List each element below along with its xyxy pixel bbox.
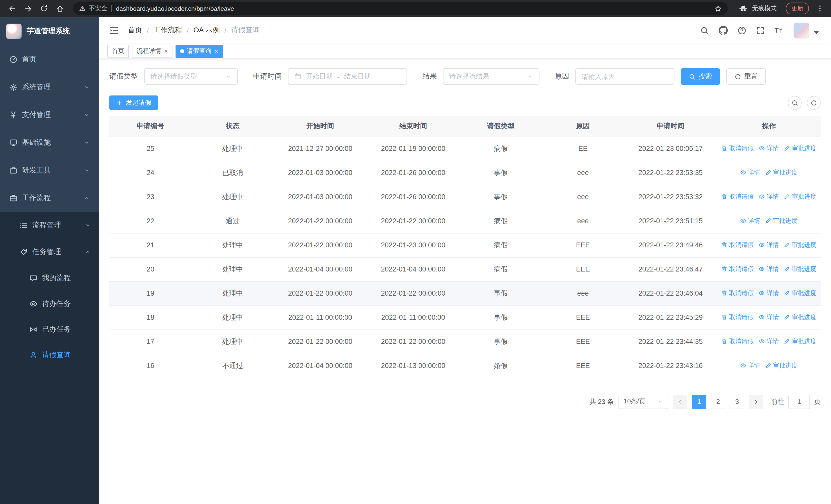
tab-home[interactable]: 首页 — [107, 45, 129, 58]
progress-link-label: 审批进度 — [792, 337, 816, 346]
progress-link[interactable]: 审批进度 — [784, 144, 816, 153]
sidebar-item-home[interactable]: 首页 — [0, 46, 99, 73]
table-row[interactable]: 21处理中2022-01-22 00:00:002022-01-23 00:00… — [109, 233, 821, 257]
refresh-table-button[interactable] — [807, 96, 821, 110]
result-select[interactable]: 请选择流结果 — [443, 68, 540, 85]
detail-link[interactable]: 详情 — [740, 168, 760, 177]
table-row[interactable]: 25处理中2021-12-27 00:00:002022-01-19 00:00… — [109, 137, 821, 161]
search-icon — [792, 99, 798, 106]
sidebar-item-workflow[interactable]: 工作流程 — [0, 184, 99, 212]
goto-page-input[interactable] — [789, 394, 810, 409]
browser-reload-button[interactable] — [37, 2, 51, 16]
security-indicator[interactable]: 不安全 — [79, 4, 107, 13]
breadcrumb-item[interactable]: 首页 — [128, 26, 142, 35]
cancel-link[interactable]: 取消请假 — [721, 144, 754, 153]
chevron-down-icon — [527, 73, 533, 80]
view-icon — [740, 363, 746, 369]
cell-start: 2022-01-04 00:00:00 — [274, 354, 367, 378]
sidebar-item-task-mgmt[interactable]: 任务管理 — [0, 239, 99, 265]
address-bar[interactable]: 不安全 dashboard.yudao.iocoder.cn/bpm/oa/le… — [73, 2, 728, 15]
tab-process-detail[interactable]: 流程详情× — [132, 45, 172, 58]
progress-link[interactable]: 审批进度 — [765, 168, 798, 177]
back-icon — [8, 4, 16, 12]
font-size-icon[interactable]: TT — [775, 26, 784, 35]
browser-forward-button[interactable] — [21, 2, 35, 16]
page-size-select[interactable]: 10条/页 — [619, 394, 668, 409]
sidebar-item-process-mgmt[interactable]: 流程管理 — [0, 212, 99, 239]
progress-link[interactable]: 审批进度 — [765, 361, 798, 370]
sidebar-item-payment[interactable]: 支付管理 — [0, 101, 99, 129]
browser-update-button[interactable]: 更新 — [786, 3, 809, 14]
cancel-link[interactable]: 取消请假 — [721, 289, 754, 298]
next-page-button[interactable] — [749, 394, 763, 409]
page-button-2[interactable]: 2 — [711, 394, 725, 409]
cancel-link[interactable]: 取消请假 — [721, 337, 754, 346]
table-row[interactable]: 20处理中2022-01-04 00:00:002022-01-04 00:00… — [109, 257, 821, 281]
detail-link[interactable]: 详情 — [759, 265, 779, 273]
table-row[interactable]: 17处理中2022-01-22 00:00:002022-01-22 00:00… — [109, 329, 821, 354]
detail-link[interactable]: 详情 — [759, 337, 779, 346]
tab-close-icon[interactable]: × — [214, 48, 218, 55]
sidebar-item-done-tasks[interactable]: 已办任务 — [0, 317, 99, 342]
reset-button[interactable]: 重置 — [726, 68, 766, 85]
detail-link[interactable]: 详情 — [759, 241, 779, 249]
sidebar-item-my-process[interactable]: 我的流程 — [0, 265, 99, 291]
browser-home-button[interactable] — [53, 2, 67, 16]
sidebar-toggle-icon[interactable] — [109, 25, 119, 35]
search-button[interactable]: 搜索 — [681, 68, 720, 85]
progress-link[interactable]: 审批进度 — [784, 289, 816, 298]
table-row[interactable]: 22通过2022-01-22 00:00:002022-01-22 00:00:… — [109, 209, 821, 233]
sidebar-item-devtools[interactable]: 研发工具 — [0, 156, 99, 184]
detail-link[interactable]: 详情 — [759, 289, 779, 298]
table-row[interactable]: 16不通过2022-01-04 00:00:002022-01-13 00:00… — [109, 354, 821, 378]
detail-link[interactable]: 详情 — [740, 216, 760, 225]
breadcrumb-item[interactable]: OA 示例 — [194, 26, 220, 35]
detail-link[interactable]: 详情 — [759, 144, 779, 153]
reason-input[interactable] — [575, 68, 675, 85]
page-button-1[interactable]: 1 — [692, 394, 706, 409]
page-button-3[interactable]: 3 — [730, 394, 744, 409]
bookmark-star-icon[interactable] — [715, 5, 722, 12]
progress-link[interactable]: 审批进度 — [784, 241, 816, 249]
tab-close-icon[interactable]: × — [164, 48, 168, 55]
header-search-icon[interactable] — [700, 26, 709, 35]
create-leave-button[interactable]: 发起请假 — [109, 95, 158, 110]
apply-time-range-picker[interactable]: 开始日期 - 结束日期 — [288, 68, 407, 85]
user-menu[interactable] — [794, 22, 821, 38]
cancel-link[interactable]: 取消请假 — [721, 313, 754, 322]
table-row[interactable]: 18处理中2022-01-11 00:00:002022-01-11 00:00… — [109, 305, 821, 329]
table-row[interactable]: 23处理中2022-01-03 00:00:002022-01-26 00:00… — [109, 185, 821, 209]
fullscreen-icon[interactable] — [756, 26, 765, 35]
detail-link[interactable]: 详情 — [759, 192, 779, 201]
sidebar-item-infrastructure[interactable]: 基础设施 — [0, 129, 99, 156]
leave-type-select[interactable]: 请选择请假类型 — [144, 68, 238, 85]
progress-link[interactable]: 审批进度 — [784, 313, 816, 322]
yen-icon — [9, 111, 18, 119]
cancel-link[interactable]: 取消请假 — [721, 241, 754, 249]
detail-link[interactable]: 详情 — [759, 313, 779, 322]
browser-back-button[interactable] — [5, 2, 19, 16]
cancel-link[interactable]: 取消请假 — [721, 265, 754, 273]
sidebar-item-leave-query[interactable]: 请假查询 — [0, 342, 99, 368]
help-icon[interactable] — [738, 26, 746, 35]
github-icon[interactable] — [719, 26, 728, 35]
toggle-search-button[interactable] — [788, 96, 802, 110]
progress-link[interactable]: 审批进度 — [784, 337, 816, 346]
progress-link[interactable]: 审批进度 — [765, 216, 798, 225]
prev-page-button[interactable] — [673, 394, 687, 409]
progress-link[interactable]: 审批进度 — [784, 192, 816, 201]
sidebar-item-system[interactable]: 系统管理 — [0, 73, 99, 101]
table-row[interactable]: 19处理中2022-01-22 00:00:002022-01-22 00:00… — [109, 281, 821, 305]
sidebar-item-todo-tasks[interactable]: 待办任务 — [0, 291, 99, 317]
cancel-link[interactable]: 取消请假 — [721, 192, 754, 201]
column-header: 请假类型 — [460, 116, 542, 137]
tab-leave-query[interactable]: 请假查询× — [175, 45, 223, 58]
breadcrumb-item[interactable]: 工作流程 — [153, 26, 182, 35]
detail-link[interactable]: 详情 — [740, 361, 760, 370]
breadcrumb-item: 请假查询 — [231, 26, 260, 35]
progress-link[interactable]: 审批进度 — [784, 265, 816, 273]
sidebar-item-label: 首页 — [22, 55, 36, 64]
logo[interactable]: 芋道管理系统 — [0, 17, 99, 46]
browser-menu-icon[interactable] — [814, 5, 826, 12]
table-row[interactable]: 24已取消2022-01-03 00:00:002022-01-26 00:00… — [109, 161, 821, 185]
